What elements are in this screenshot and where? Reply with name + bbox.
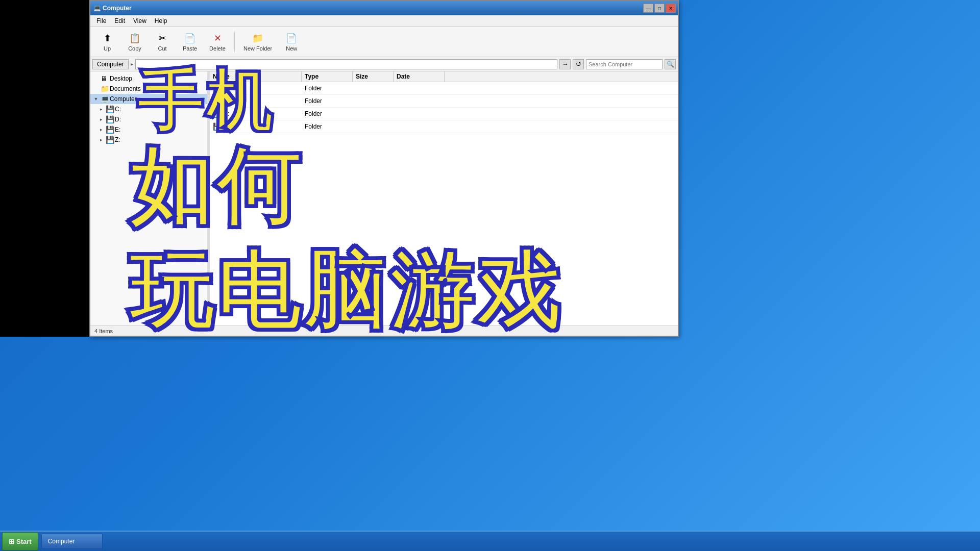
tree-toggle-z[interactable]: ▸ <box>97 136 105 143</box>
desktop-folder-icon: 🖥 <box>101 74 109 83</box>
toolbar-separator <box>234 32 235 52</box>
desktop: 💻 Computer — □ ✕ File Edit View Help ⬆ U… <box>0 0 980 551</box>
address-label[interactable]: Computer <box>92 59 129 69</box>
file-date-e <box>394 113 445 115</box>
maximize-button[interactable]: □ <box>654 4 665 13</box>
col-header-name[interactable]: Name <box>210 71 302 82</box>
file-type-d: Folder <box>302 96 353 106</box>
start-label: Start <box>16 538 32 545</box>
new-folder-icon: 📁 <box>252 32 264 44</box>
sidebar-item-computer[interactable]: ▼ 💻 Computer <box>90 94 207 104</box>
file-list-header: Name Type Size Date <box>210 71 678 82</box>
col-header-date[interactable]: Date <box>394 71 445 82</box>
paste-icon: 📄 <box>184 32 196 44</box>
sidebar-item-z[interactable]: ▸ 💾 Z: <box>90 135 207 145</box>
c-drive-label: C: <box>115 106 121 113</box>
sidebar-item-desktop[interactable]: 🖥 Desktop <box>90 73 207 84</box>
sidebar-item-c[interactable]: ▸ 💾 C: <box>90 104 207 114</box>
paste-label: Paste <box>183 45 197 52</box>
new-file-button[interactable]: 📄 New <box>279 30 304 54</box>
up-button[interactable]: ⬆ Up <box>94 30 120 54</box>
folder-icon: 💾 <box>213 110 222 118</box>
nav-refresh-button[interactable]: ↺ <box>573 59 584 69</box>
sidebar-item-e[interactable]: ▸ 💾 E: <box>90 124 207 135</box>
file-date-c <box>394 87 445 89</box>
file-size-z <box>353 126 394 128</box>
tree-toggle-documents[interactable] <box>92 85 100 92</box>
col-header-type[interactable]: Type <box>302 71 353 82</box>
file-date-z <box>394 126 445 128</box>
minimize-button[interactable]: — <box>643 4 653 13</box>
new-file-icon: 📄 <box>285 32 298 44</box>
table-row[interactable]: 💾Z: Folder <box>210 120 678 133</box>
new-folder-label: New Folder <box>243 45 272 52</box>
up-label: Up <box>104 45 111 52</box>
file-list: Name Type Size Date 💾C: Folder 💾D: <box>210 71 678 325</box>
taskbar-window-label: Computer <box>48 538 75 545</box>
table-row[interactable]: 💾D: Folder <box>210 95 678 108</box>
title-bar: 💻 Computer — □ ✕ <box>90 1 678 15</box>
folder-icon: 💾 <box>213 84 222 92</box>
cut-button[interactable]: ✂ Cut <box>150 30 175 54</box>
title-controls: — □ ✕ <box>643 4 676 13</box>
file-name-e: 💾E: <box>210 109 302 119</box>
file-type-c: Folder <box>302 84 353 93</box>
documents-label: Documents <box>110 85 141 92</box>
tree-toggle-d[interactable]: ▸ <box>97 116 105 123</box>
d-drive-label: D: <box>115 116 121 123</box>
taskbar-window-computer[interactable]: Computer <box>41 534 103 549</box>
taskbar: ⊞ Start Computer <box>0 531 980 551</box>
sidebar-item-d[interactable]: ▸ 💾 D: <box>90 114 207 124</box>
d-drive-icon: 💾 <box>106 115 114 123</box>
z-drive-icon: 💾 <box>106 136 114 144</box>
cut-label: Cut <box>158 45 166 52</box>
cut-icon: ✂ <box>156 32 168 44</box>
start-button[interactable]: ⊞ Start <box>2 532 38 550</box>
sidebar-tree: 🖥 Desktop 📁 Documents ▼ 💻 Computer ▸ 💾 C… <box>90 71 208 325</box>
e-drive-icon: 💾 <box>106 126 114 134</box>
file-name-z: 💾Z: <box>210 121 302 132</box>
file-name-d: 💾D: <box>210 96 302 106</box>
delete-label: Delete <box>209 45 226 52</box>
menu-help[interactable]: Help <box>151 16 172 26</box>
file-manager-window: 💻 Computer — □ ✕ File Edit View Help ⬆ U… <box>89 0 679 337</box>
tree-toggle-computer[interactable]: ▼ <box>92 95 100 103</box>
address-input[interactable] <box>135 59 557 69</box>
folder-icon: 💾 <box>213 122 222 131</box>
documents-folder-icon: 📁 <box>101 85 109 93</box>
main-content: 🖥 Desktop 📁 Documents ▼ 💻 Computer ▸ 💾 C… <box>90 71 678 325</box>
z-drive-label: Z: <box>115 136 120 143</box>
new-folder-button[interactable]: 📁 New Folder <box>239 30 277 54</box>
tree-toggle-desktop[interactable] <box>92 75 100 82</box>
search-button[interactable]: 🔍 <box>665 59 676 69</box>
file-size-d <box>353 100 394 102</box>
table-row[interactable]: 💾E: Folder <box>210 108 678 120</box>
address-bar: Computer ▸ → ↺ 🔍 <box>90 57 678 71</box>
copy-icon: 📋 <box>129 32 141 44</box>
file-size-c <box>353 87 394 89</box>
folder-icon: 💾 <box>213 97 222 105</box>
nav-go-button[interactable]: → <box>559 59 571 69</box>
paste-button[interactable]: 📄 Paste <box>177 30 203 54</box>
copy-label: Copy <box>128 45 141 52</box>
delete-button[interactable]: ✕ Delete <box>205 30 230 54</box>
tree-toggle-c[interactable]: ▸ <box>97 106 105 113</box>
sidebar-item-documents[interactable]: 📁 Documents <box>90 84 207 94</box>
file-name-c: 💾C: <box>210 83 302 93</box>
file-size-e <box>353 113 394 115</box>
close-button[interactable]: ✕ <box>666 4 676 13</box>
search-input[interactable] <box>586 59 663 69</box>
table-row[interactable]: 💾C: Folder <box>210 82 678 95</box>
file-type-e: Folder <box>302 109 353 118</box>
col-header-size[interactable]: Size <box>353 71 394 82</box>
copy-button[interactable]: 📋 Copy <box>122 30 148 54</box>
up-icon: ⬆ <box>101 32 113 44</box>
new-file-label: New <box>286 45 297 52</box>
address-dropdown-icon[interactable]: ▸ <box>131 61 133 67</box>
start-icon: ⊞ <box>9 538 14 545</box>
menu-view[interactable]: View <box>129 16 151 26</box>
menu-edit[interactable]: Edit <box>110 16 129 26</box>
black-left-area <box>0 0 89 337</box>
tree-toggle-e[interactable]: ▸ <box>97 126 105 133</box>
menu-file[interactable]: File <box>92 16 110 26</box>
